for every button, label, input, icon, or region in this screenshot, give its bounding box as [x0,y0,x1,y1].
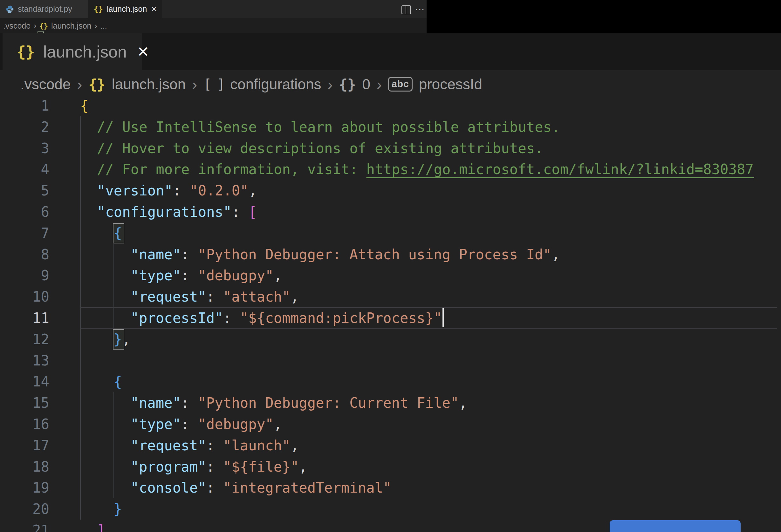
indent-guide [114,392,114,498]
line-number[interactable]: 17 [0,435,49,456]
code-line[interactable]: 19"console": "integratedTerminal" [0,477,781,498]
current-line-highlight [80,307,777,329]
code-text: // Use IntelliSense to learn about possi… [97,116,560,137]
text-cursor [443,308,444,327]
code-line[interactable]: 1{ [0,95,781,116]
code-line[interactable]: 4// For more information, visit: https:/… [0,159,781,180]
code-token: "0.2.0" [190,182,248,199]
close-icon[interactable]: ✕ [151,5,157,13]
more-actions-icon[interactable]: ⋯ [415,3,425,14]
code-token: [ [249,204,257,220]
line-number[interactable]: 11 [0,307,49,329]
add-configuration-button[interactable] [610,520,741,532]
json-braces-icon: {} [94,5,103,14]
code-token: // Hover to view descriptions of existin… [97,140,543,156]
code-text: { [80,95,89,116]
line-number[interactable]: 14 [0,371,49,392]
code-token: : [181,246,198,262]
code-line[interactable]: 18"program": "${file}", [0,456,781,477]
code-line[interactable]: 3// Hover to view descriptions of existi… [0,137,781,159]
line-number[interactable]: 1 [0,95,49,116]
code-token: "console" [130,480,206,496]
code-token: ] [97,522,106,532]
line-number[interactable]: 6 [0,201,49,222]
code-line[interactable]: 16"type": "debugpy", [0,413,781,435]
line-number[interactable]: 9 [0,265,49,286]
line-number[interactable]: 3 [0,137,49,159]
tab-standardplot-py[interactable]: standardplot.py [0,0,88,18]
breadcrumb-item-more[interactable]: ... [100,21,107,31]
breadcrumb-item-vscode[interactable]: .vscode [3,21,31,31]
code-token: { [80,97,89,114]
editor-zoomed-view: {} launch.json ✕ .vscode › {} launch.jso… [0,33,781,532]
code-token: , [274,416,282,432]
code-token: : [181,395,198,411]
line-number[interactable]: 12 [0,329,49,350]
code-line[interactable]: 6"configurations": [ [0,201,781,222]
code-area[interactable]: 1{2// Use IntelliSense to learn about po… [0,33,781,532]
line-number[interactable]: 4 [0,159,49,180]
code-token: : [206,480,223,496]
code-text: // For more information, visit: https://… [97,159,754,180]
breadcrumb: .vscode › {} launch.json › ... [0,18,426,33]
code-token: : [173,182,190,199]
line-number[interactable]: 15 [0,392,49,413]
line-number[interactable]: 16 [0,413,49,435]
code-line[interactable]: 10"request": "attach", [0,286,781,307]
code-token: : [232,204,249,220]
code-token: // Use IntelliSense to learn about possi… [97,119,560,135]
code-token: "type" [130,267,181,284]
code-token: "program" [130,459,206,475]
code-text: "request": "launch", [130,435,299,456]
code-token: { [114,373,122,390]
code-text: "console": "integratedTerminal" [130,477,391,498]
code-line[interactable]: 13 [0,350,781,371]
code-text: "version": "0.2.0", [97,180,257,201]
code-line[interactable]: 9"type": "debugpy", [0,265,781,286]
bracket-match-box [113,223,124,243]
code-token: "configurations" [97,204,232,220]
line-number[interactable]: 2 [0,116,49,137]
line-number[interactable]: 8 [0,244,49,265]
code-token: "${file}" [223,459,299,475]
code-token: , [274,267,282,284]
code-line[interactable]: 5"version": "0.2.0", [0,180,781,201]
code-token: "attach" [223,289,291,305]
code-token: "launch" [223,437,291,453]
code-line[interactable]: 2// Use IntelliSense to learn about poss… [0,116,781,137]
code-token: : [181,416,198,432]
split-editor-icon[interactable] [402,5,411,14]
code-line[interactable]: 17"request": "launch", [0,435,781,456]
code-link[interactable]: https://go.microsoft.com/fwlink/?linkid=… [366,161,754,177]
code-text: "program": "${file}", [130,456,307,477]
tab-launch-json[interactable]: {} launch.json ✕ [88,0,162,18]
line-number[interactable]: 19 [0,477,49,498]
line-number[interactable]: 18 [0,456,49,477]
code-token: , [459,395,467,411]
code-line[interactable]: 14{ [0,371,781,392]
code-token: "Python Debugger: Current File" [198,395,459,411]
line-number[interactable]: 10 [0,286,49,307]
breadcrumb-item-launch-json[interactable]: launch.json [51,21,91,31]
line-number[interactable]: 20 [0,498,49,520]
code-text: "name": "Python Debugger: Attach using P… [130,244,560,265]
line-number[interactable]: 7 [0,222,49,244]
code-token: , [291,437,299,453]
code-text: ] [97,520,106,532]
code-text: "configurations": [ [97,201,257,222]
code-line[interactable]: 8"name": "Python Debugger: Attach using … [0,244,781,265]
tab-label: standardplot.py [18,4,72,14]
chevron-right-icon: › [94,21,97,31]
line-number[interactable]: 13 [0,350,49,371]
code-text: "type": "debugpy", [130,265,282,286]
code-text: } [114,498,122,520]
code-text: "name": "Python Debugger: Current File", [130,392,467,413]
tab-bar: standardplot.py {} launch.json ✕ ⋯ [0,0,426,18]
code-token: , [291,289,299,305]
code-line[interactable]: 15"name": "Python Debugger: Current File… [0,392,781,413]
code-line[interactable]: 20} [0,498,781,520]
code-token: "request" [130,437,206,453]
line-number[interactable]: 5 [0,180,49,201]
code-token: , [551,246,560,262]
line-number[interactable]: 21 [0,520,49,532]
